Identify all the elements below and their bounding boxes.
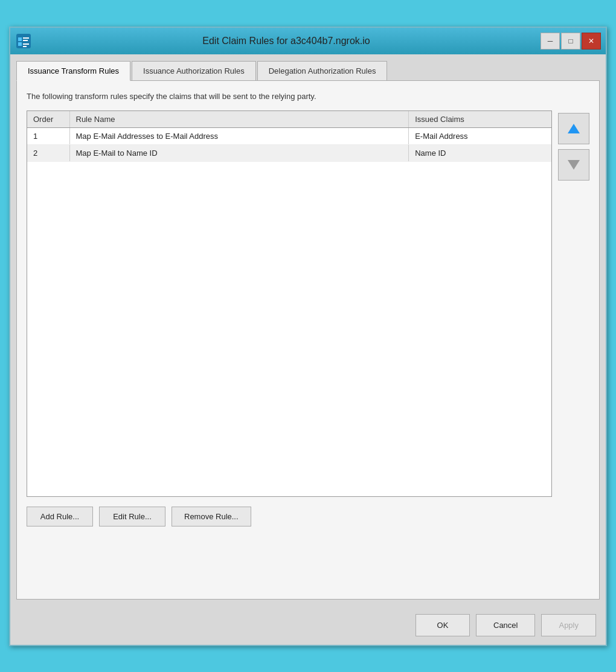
row1-issued-claims: E-Mail Address [409, 128, 551, 145]
tab-issuance-transform[interactable]: Issuance Transform Rules [16, 61, 130, 81]
table-controls [558, 110, 589, 181]
svg-rect-3 [23, 37, 29, 39]
row2-issued-claims: Name ID [409, 145, 551, 162]
svg-rect-1 [18, 37, 22, 41]
ok-button[interactable]: OK [415, 614, 470, 636]
title-bar: Edit Claim Rules for a3c404b7.ngrok.io ─… [10, 28, 606, 54]
row2-rule-name: Map E-Mail to Name ID [69, 145, 409, 162]
svg-marker-7 [568, 124, 580, 133]
column-issued-claims: Issued Claims [409, 111, 551, 128]
description-text: The following transform rules specify th… [27, 91, 589, 103]
tab-content-issuance-transform: The following transform rules specify th… [16, 80, 600, 600]
add-rule-button[interactable]: Add Rule... [27, 507, 93, 526]
table-wrapper: Order Rule Name Issued Claims 1 Map E-Ma… [27, 110, 589, 497]
cancel-button[interactable]: Cancel [476, 614, 535, 636]
edit-rule-button[interactable]: Edit Rule... [99, 507, 165, 526]
arrow-down-icon [566, 158, 581, 172]
move-up-button[interactable] [558, 113, 589, 144]
remove-rule-button[interactable]: Remove Rule... [172, 507, 251, 526]
svg-rect-4 [23, 40, 28, 41]
tab-bar: Issuance Transform Rules Issuance Author… [16, 60, 600, 80]
rules-table: Order Rule Name Issued Claims 1 Map E-Ma… [27, 110, 552, 497]
svg-rect-5 [23, 43, 29, 45]
window-controls: ─ □ ✕ [541, 33, 601, 50]
main-window: Edit Claim Rules for a3c404b7.ngrok.io ─… [9, 27, 607, 646]
column-order: Order [27, 111, 69, 128]
row1-order: 1 [27, 128, 69, 145]
dialog-buttons: OK Cancel Apply [10, 606, 606, 645]
apply-button[interactable]: Apply [541, 614, 596, 636]
move-down-button[interactable] [558, 149, 589, 181]
tab-delegation-authorization[interactable]: Delegation Authorization Rules [257, 61, 388, 81]
content-area: Issuance Transform Rules Issuance Author… [10, 54, 606, 606]
row2-order: 2 [27, 145, 69, 162]
minimize-button[interactable]: ─ [541, 33, 560, 50]
svg-rect-2 [18, 42, 22, 46]
table-row[interactable]: 2 Map E-Mail to Name ID Name ID [27, 145, 551, 162]
window-title: Edit Claim Rules for a3c404b7.ngrok.io [32, 36, 541, 46]
arrow-up-icon [566, 121, 581, 136]
row1-rule-name: Map E-Mail Addresses to E-Mail Address [69, 128, 409, 145]
svg-rect-6 [23, 46, 27, 47]
app-icon [15, 33, 32, 50]
action-buttons: Add Rule... Edit Rule... Remove Rule... [27, 507, 589, 526]
maximize-button[interactable]: □ [561, 33, 580, 50]
close-button[interactable]: ✕ [582, 33, 601, 50]
column-rule-name: Rule Name [69, 111, 409, 128]
svg-marker-8 [568, 160, 580, 170]
tab-issuance-authorization[interactable]: Issuance Authorization Rules [132, 61, 256, 81]
table-row[interactable]: 1 Map E-Mail Addresses to E-Mail Address… [27, 128, 551, 145]
